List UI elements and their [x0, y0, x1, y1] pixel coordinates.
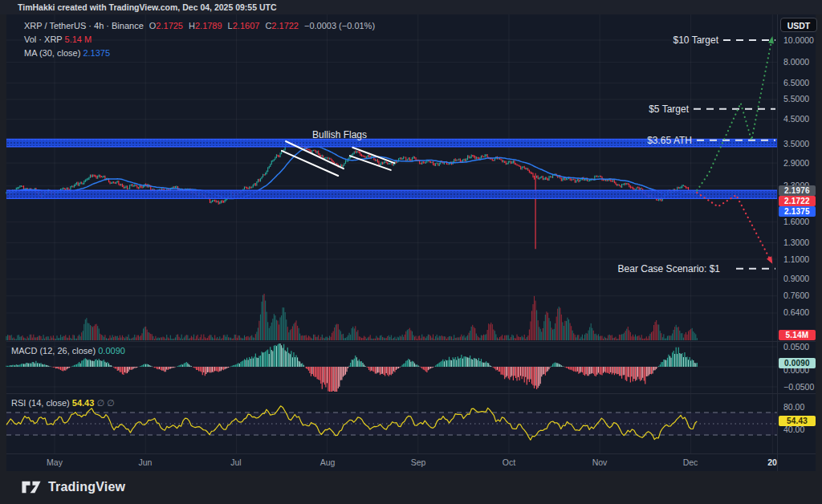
macd-label: MACD (12, 26, close)	[11, 346, 96, 356]
main-legend[interactable]: XRP / TetherUS · 4h · BinanceO2.1725H2.1…	[24, 19, 375, 60]
tradingview-logo[interactable]: TradingView	[21, 478, 125, 496]
tradingview-chart-page: TimHakki created with TradingView.com, D…	[0, 0, 822, 504]
change-value: −0.0003 (−0.01%)	[304, 21, 375, 30]
volume-label: Vol · XRP	[24, 35, 63, 44]
tradingview-logo-text: TradingView	[48, 480, 125, 494]
close-value: 2.1722	[271, 21, 299, 30]
price-axis[interactable]	[777, 14, 816, 453]
low-value: 2.1607	[233, 21, 260, 30]
ma-legend-row: MA (30, close) 2.1375	[24, 47, 375, 60]
symbol-legend-row: XRP / TetherUS · 4h · BinanceO2.1725H2.1…	[24, 19, 375, 33]
symbol-title: XRP / TetherUS · 4h · Binance	[24, 21, 144, 30]
macd-legend[interactable]: MACD (12, 26, close) 0.0090	[11, 346, 125, 356]
ma-value: 2.1375	[83, 48, 110, 58]
tradingview-logo-icon	[21, 478, 42, 496]
rsi-hidden-icons[interactable]: ∅ ∅	[96, 398, 114, 408]
high-value: 2.1789	[195, 21, 222, 30]
rsi-legend[interactable]: RSI (14, close) 54.43 ∅ ∅	[11, 398, 115, 408]
ma-label: MA (30, close)	[24, 48, 80, 58]
chart-canvas	[0, 0, 822, 504]
open-value: 2.1725	[156, 21, 183, 30]
rsi-label: RSI (14, close)	[11, 398, 70, 408]
currency-toggle-button[interactable]: USDT	[780, 18, 817, 32]
rsi-value: 54.43	[72, 398, 95, 408]
volume-legend-row: Vol · XRP 5.14 M	[24, 33, 375, 47]
macd-value: 0.0090	[98, 346, 125, 356]
volume-value: 5.14 M	[65, 35, 92, 44]
time-axis[interactable]	[6, 453, 777, 471]
high-label: H	[189, 21, 195, 30]
